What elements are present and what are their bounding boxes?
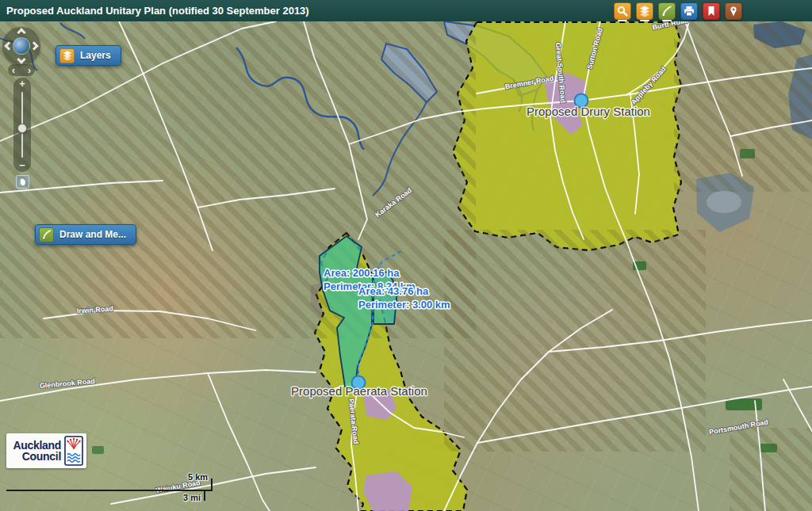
globe-icon[interactable] bbox=[13, 37, 30, 55]
pan-up-icon[interactable] bbox=[17, 28, 25, 36]
scalebar-km-label: 5 km bbox=[188, 472, 208, 482]
road-label: Glenbrook Road bbox=[39, 377, 95, 390]
pan-down-icon[interactable] bbox=[17, 55, 25, 63]
pan-tool-button[interactable] bbox=[16, 175, 29, 189]
station-label-drury: Proposed Drury Station bbox=[527, 105, 650, 118]
pan-right-icon[interactable] bbox=[29, 41, 38, 50]
bookmarks-button[interactable] bbox=[703, 2, 720, 20]
map-pin-icon bbox=[727, 5, 740, 17]
header-bar: Proposed Auckland Unitary Plan (notified… bbox=[0, 0, 812, 21]
pan-compass[interactable] bbox=[2, 27, 40, 65]
printer-icon bbox=[683, 5, 695, 17]
council-logo: Auckland Council bbox=[6, 433, 86, 468]
zone-drury-proposed bbox=[453, 22, 681, 250]
layers-toggle-button[interactable] bbox=[636, 2, 653, 20]
layers-icon bbox=[638, 5, 651, 17]
pan-left-icon[interactable] bbox=[4, 41, 13, 50]
rotate-right-button[interactable]: › bbox=[28, 66, 31, 75]
logo-emblem bbox=[64, 436, 83, 466]
locate-button[interactable] bbox=[725, 2, 742, 20]
quarry-floor bbox=[707, 191, 741, 213]
draw-measure-toolbar-button[interactable] bbox=[658, 2, 676, 20]
rotate-control: ‹ › bbox=[8, 64, 35, 76]
draw-measure-panel-label: Draw and Me... bbox=[59, 229, 126, 240]
map-canvas[interactable]: Bremner Road Sutton Road Appleby Road Ka… bbox=[0, 0, 812, 511]
scalebar-km-tick bbox=[211, 479, 213, 491]
measurement-perimeter-label: Perimeter: 3.00 km bbox=[358, 299, 450, 311]
rotate-left-button[interactable]: ‹ bbox=[12, 66, 15, 75]
print-button[interactable] bbox=[680, 2, 698, 20]
measurement-area-label: Area: 200.16 ha bbox=[324, 267, 400, 279]
scalebar-mi-label: 3 mi bbox=[183, 493, 201, 502]
pen-icon bbox=[39, 227, 54, 242]
forest-patch bbox=[92, 446, 104, 454]
hatch-overlay bbox=[444, 230, 706, 452]
layers-panel-button[interactable]: Layers bbox=[56, 45, 121, 66]
scalebar-line bbox=[6, 490, 213, 491]
search-button[interactable] bbox=[614, 2, 631, 20]
layers-icon bbox=[59, 48, 75, 63]
logo-line2: Council bbox=[13, 451, 61, 462]
logo-line1: Auckland bbox=[13, 440, 61, 451]
bookmark-icon bbox=[705, 5, 718, 17]
station-label-paerata: Proposed Paerata Station bbox=[291, 384, 427, 398]
app-window: Bremner Road Sutton Road Appleby Road Ka… bbox=[0, 0, 812, 511]
layers-panel-label: Layers bbox=[80, 50, 111, 61]
draw-measure-panel-button[interactable]: Draw and Me... bbox=[35, 224, 136, 245]
zoom-in-button[interactable]: + bbox=[13, 78, 31, 90]
forest-patch bbox=[726, 399, 762, 410]
hand-icon bbox=[18, 177, 27, 186]
zoom-out-button[interactable]: − bbox=[13, 159, 31, 172]
page-title: Proposed Auckland Unitary Plan (notified… bbox=[0, 5, 309, 17]
magnifier-icon bbox=[616, 5, 629, 17]
pen-icon bbox=[661, 5, 673, 17]
hatch-overlay bbox=[730, 428, 812, 511]
scalebar-mi-tick bbox=[204, 490, 205, 501]
zoom-slider-handle[interactable] bbox=[17, 124, 27, 133]
toolbar bbox=[614, 2, 742, 20]
measurement-area-label: Area: 43.76 ha bbox=[358, 285, 429, 297]
zoom-slider[interactable]: + − bbox=[13, 78, 31, 172]
